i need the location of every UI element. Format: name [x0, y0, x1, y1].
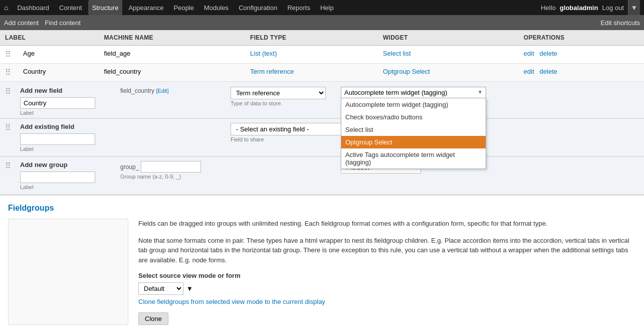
find-content-link[interactable]: Find content	[45, 19, 81, 27]
fieldgroups-desc1: Fields can be dragged into groups with u…	[138, 219, 636, 229]
dropdown-item-active-tags[interactable]: Active Tags autocomplete term widget (ta…	[341, 148, 486, 169]
add-new-group-row: ⠿ Add new group Label group_ Group name …	[0, 157, 644, 195]
widget-country[interactable]: Optgroup Select	[383, 68, 430, 75]
new-group-drag-handle[interactable]: ⠿	[5, 161, 13, 170]
add-field-sublabel: Label	[20, 110, 113, 116]
fieldgroups-sidebar	[8, 219, 128, 325]
existing-field-label-input[interactable]	[20, 133, 95, 145]
nav-right: Hello globaladmin Log out ▼	[541, 0, 640, 15]
select-existing-field-container: - Select an existing field -	[231, 123, 351, 135]
nav-item-modules[interactable]: Modules	[200, 0, 233, 15]
field-to-share-label: Field to share	[231, 136, 351, 142]
th-label: LABEL	[0, 30, 99, 46]
hello-text: Hello	[541, 4, 556, 12]
machine-name-edit-link[interactable]: [Edit]	[156, 88, 168, 94]
dropdown-indicator: ▼	[186, 285, 193, 292]
new-group-sublabel: Label	[20, 184, 113, 190]
existing-field-drag-handle[interactable]: ⠿	[5, 123, 13, 132]
widget-select-display[interactable]: Autocomplete term widget (tagging)	[341, 87, 486, 98]
clone-fieldgroups-link[interactable]: Clone fieldgroups from selected view mod…	[138, 298, 636, 305]
dropdown-item-select-list[interactable]: Select list	[341, 123, 486, 136]
field-type-select[interactable]: Term reference	[231, 87, 326, 99]
drag-handle[interactable]: ⠿	[5, 50, 13, 59]
select-existing-field[interactable]: - Select an existing field -	[231, 123, 351, 135]
dropdown-item-checkboxes[interactable]: Check boxes/radio buttons	[341, 111, 486, 123]
secondary-navigation: Add content Find content Edit shortcuts	[0, 15, 644, 30]
nav-item-content[interactable]: Content	[55, 0, 86, 15]
add-new-field-row: ⠿ Add new field Label field_country [E	[0, 82, 644, 119]
fieldgroups-desc2: Note that some formats come in pair. The…	[138, 236, 636, 265]
field-type-country[interactable]: Term reference	[250, 68, 294, 75]
add-existing-field-label: Add existing field	[20, 123, 113, 133]
fieldgroups-layout: Fields can be dragged into groups with u…	[8, 219, 636, 325]
th-operations: OPERATIONS	[519, 30, 644, 46]
nav-item-dashboard[interactable]: Dashboard	[13, 0, 53, 15]
fieldgroups-section: Fieldgroups Fields can be dragged into g…	[0, 195, 644, 327]
add-new-group-label: Add new group	[20, 161, 113, 172]
machine-name-display: field_country [Edit]	[120, 87, 168, 94]
table-body: ⠿ Age field_age List (text) Select list …	[0, 46, 644, 195]
logout-link[interactable]: Log out	[602, 4, 623, 12]
existing-field-sublabel: Label	[20, 146, 113, 152]
source-view-label: Select source view mode or form	[138, 272, 636, 279]
add-content-link[interactable]: Add content	[4, 19, 39, 27]
add-field-label-input[interactable]	[20, 97, 95, 109]
nav-item-appearance[interactable]: Appearance	[124, 0, 167, 15]
group-name-input[interactable]	[141, 161, 201, 173]
field-machine-name-country: field_country	[99, 64, 246, 82]
username: globaladmin	[560, 4, 598, 12]
nav-item-reports[interactable]: Reports	[283, 0, 314, 15]
dropdown-item-optgroup[interactable]: Optgroup Select	[341, 136, 486, 148]
edit-age[interactable]: edit	[524, 50, 534, 57]
dropdown-item-autocomplete[interactable]: Autocomplete term widget (tagging)	[341, 98, 486, 111]
nav-item-people[interactable]: People	[170, 0, 198, 15]
drag-handle[interactable]: ⠿	[5, 68, 13, 77]
add-new-field-label: Add new field	[20, 87, 113, 97]
source-view-select[interactable]: Default	[138, 282, 183, 295]
th-widget: WIDGET	[378, 30, 519, 46]
field-label-age: Age	[18, 46, 99, 64]
add-existing-field-row: ⠿ Add existing field Label	[0, 119, 644, 157]
delete-country[interactable]: delete	[540, 68, 557, 75]
table-row: ⠿ Age field_age List (text) Select list …	[0, 46, 644, 64]
default-select-container: Default ▼	[138, 282, 193, 295]
nav-item-configuration[interactable]: Configuration	[235, 0, 281, 15]
delete-age[interactable]: delete	[540, 50, 557, 57]
fields-table: LABEL MACHINE NAME FIELD TYPE WIDGET OPE…	[0, 30, 644, 195]
group-name-hint: Group name (a-z, 0-9, _)	[120, 174, 224, 180]
table-row: ⠿ Country field_country Term reference O…	[0, 64, 644, 82]
home-icon[interactable]: ⌂	[4, 4, 8, 12]
secondary-nav-left: Add content Find content	[4, 19, 81, 27]
nav-item-structure[interactable]: Structure	[88, 0, 123, 15]
th-machine-name: MACHINE NAME	[99, 30, 246, 46]
widget-dropdown-container: Autocomplete term widget (tagging) Autoc…	[341, 87, 486, 98]
fieldgroups-title: Fieldgroups	[8, 204, 636, 213]
nav-arrow-button[interactable]: ▼	[628, 0, 640, 15]
field-label-country: Country	[18, 64, 99, 82]
fieldgroups-content: Fields can be dragged into groups with u…	[138, 219, 636, 325]
field-type-sublabel: Type of data to store.	[231, 100, 334, 106]
clone-button[interactable]: Clone	[138, 312, 168, 325]
field-machine-name-age: field_age	[99, 46, 246, 64]
top-navigation: ⌂ Dashboard Content Structure Appearance…	[0, 0, 644, 15]
add-field-drag-handle[interactable]: ⠿	[5, 87, 13, 96]
table-header: LABEL MACHINE NAME FIELD TYPE WIDGET OPE…	[0, 30, 644, 46]
widget-age[interactable]: Select list	[383, 50, 411, 57]
field-type-age[interactable]: List (text)	[250, 50, 277, 57]
main-content: LABEL MACHINE NAME FIELD TYPE WIDGET OPE…	[0, 30, 644, 327]
group-name-prefix: group_	[120, 164, 139, 171]
new-group-label-input[interactable]	[20, 172, 95, 183]
edit-country[interactable]: edit	[524, 68, 534, 75]
edit-shortcuts-link[interactable]: Edit shortcuts	[600, 19, 640, 27]
nav-item-help[interactable]: Help	[316, 0, 338, 15]
th-field-type: FIELD TYPE	[245, 30, 378, 46]
widget-dropdown-open: Autocomplete term widget (tagging) Check…	[341, 98, 486, 169]
